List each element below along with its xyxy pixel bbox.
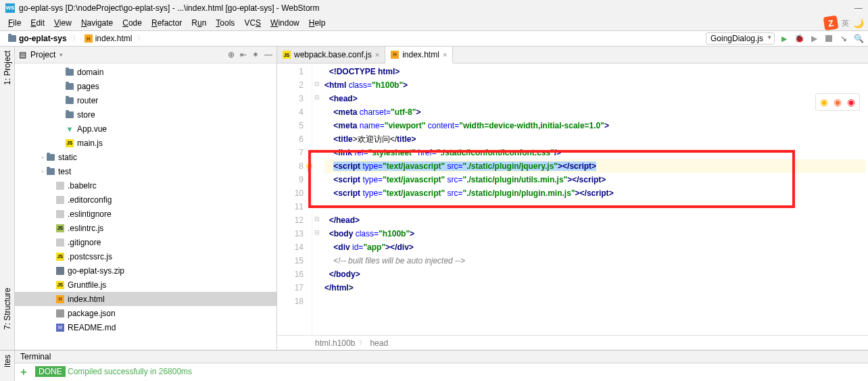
editor-breadcrumb[interactable]: html.h100b 〉 head	[277, 335, 868, 350]
z-plugin-icon[interactable]: Z	[823, 16, 839, 31]
minimize-button[interactable]: —	[854, 3, 863, 13]
tree-row[interactable]: .eslintignore	[15, 207, 276, 221]
code-content[interactable]: <!DOCTYPE html> <html class="h100b"> <he…	[322, 63, 868, 335]
fold-column[interactable]: ⊟⊟⊟⊟	[312, 63, 322, 335]
tab-webpack[interactable]: JS webpack.base.conf.js ×	[277, 47, 385, 63]
update-button[interactable]: ↘	[838, 33, 849, 44]
menu-view[interactable]: View	[50, 17, 76, 29]
code-editor[interactable]: 123456789101112131415161718 ⊟⊟⊟⊟ <!DOCTY…	[277, 63, 868, 335]
terminal-header[interactable]: Terminal	[15, 351, 868, 363]
webstorm-icon: WS	[5, 3, 15, 13]
run-button[interactable]: ▶	[779, 33, 790, 44]
close-icon[interactable]: ×	[375, 51, 379, 59]
editor-tabbar: JS webpack.base.conf.js × H index.html ×	[277, 47, 868, 63]
firefox-icon[interactable]: ◉	[834, 97, 842, 107]
tree-row[interactable]: ›test	[15, 164, 276, 178]
browser-preview-toolbar: ◉ ◉ ◉	[815, 93, 860, 111]
tree-row[interactable]: .gitignore	[15, 235, 276, 249]
menu-file[interactable]: File	[4, 17, 25, 29]
menu-navigate[interactable]: Navigate	[77, 17, 117, 29]
stop-button[interactable]	[823, 33, 834, 44]
terminal-output: DONE Compiled successfully in 26800ms	[32, 363, 195, 379]
tree-row[interactable]: MREADME.md	[15, 320, 276, 334]
tree-row[interactable]: domain	[15, 65, 276, 79]
breadcrumb-file[interactable]: Hindex.html	[80, 33, 137, 44]
tree-row[interactable]: package.json	[15, 306, 276, 320]
sidebar-left: 1: Project 7: Structure	[0, 47, 15, 350]
menu-window[interactable]: Window	[266, 17, 304, 29]
breadcrumb: go-eplat-sys 〉 Hindex.html 〉	[4, 33, 144, 44]
terminal-body[interactable]: + × DONE Compiled successfully in 26800m…	[15, 363, 868, 381]
tree-row[interactable]: .editorconfig	[15, 193, 276, 207]
run-config-dropdown[interactable]: GoingDialog.js	[706, 32, 775, 45]
breadcrumb-sep: 〉	[137, 34, 144, 43]
hide-icon[interactable]: —	[264, 50, 272, 59]
sidebar-project-tab[interactable]: 1: Project	[1, 47, 14, 89]
moon-icon[interactable]: 🌙	[853, 18, 864, 28]
tree-row[interactable]: JS.eslintrc.js	[15, 221, 276, 235]
js-icon: JS	[283, 51, 291, 59]
collapse-icon[interactable]: ⇤	[240, 50, 247, 59]
menu-vcs[interactable]: VCS	[240, 17, 265, 29]
terminal-add-button[interactable]: +	[20, 366, 26, 378]
tree-row[interactable]: JSmain.js	[15, 136, 276, 150]
titlebar: WS go-eplat-sys [D:\nodeProject\go-eplat…	[0, 0, 868, 16]
menu-help[interactable]: Help	[305, 17, 330, 29]
project-title[interactable]: Project	[30, 50, 55, 59]
tree-row[interactable]: ▼App.vue	[15, 122, 276, 136]
close-icon[interactable]: ×	[443, 51, 447, 59]
menu-run[interactable]: Run	[187, 17, 210, 29]
gutter: 123456789101112131415161718	[277, 63, 312, 335]
menu-refactor[interactable]: Refactor	[147, 17, 186, 29]
menu-tools[interactable]: Tools	[212, 17, 239, 29]
project-pane-icon: ▤	[19, 50, 26, 59]
tree-row[interactable]: JSGruntfile.js	[15, 278, 276, 292]
opera-icon[interactable]: ◉	[847, 97, 855, 107]
debug-button[interactable]: 🐞	[794, 33, 804, 44]
search-button[interactable]: 🔍	[853, 33, 864, 44]
html-icon: H	[85, 34, 93, 43]
menu-code[interactable]: Code	[118, 17, 146, 29]
project-dropdown-icon[interactable]: ▾	[59, 51, 63, 58]
terminal-panel: ites Terminal + × DONE Compiled successf…	[0, 350, 868, 381]
tree-row[interactable]: pages	[15, 79, 276, 93]
intention-bulb-icon[interactable]: 💡	[304, 161, 314, 174]
gear-icon[interactable]: ✶	[252, 50, 259, 59]
folder-icon	[8, 35, 16, 42]
chrome-icon[interactable]: ◉	[820, 97, 828, 107]
project-tree[interactable]: domainpagesrouterstore▼App.vueJSmain.js›…	[15, 63, 276, 350]
tree-row[interactable]: .babelrc	[15, 178, 276, 193]
menu-edit[interactable]: Edit	[26, 17, 49, 29]
breadcrumb-sep: 〉	[72, 34, 79, 43]
tree-row[interactable]: router	[15, 93, 276, 107]
menubar: File Edit View Navigate Code Refactor Ru…	[0, 16, 868, 30]
breadcrumb-root[interactable]: go-eplat-sys	[4, 33, 71, 44]
tree-row[interactable]: ›static	[15, 150, 276, 164]
window-controls: —	[854, 3, 863, 13]
favorites-tab[interactable]: ites	[0, 351, 14, 372]
sidebar-structure-tab[interactable]: 7: Structure	[1, 284, 14, 334]
tree-row[interactable]: Hindex.html	[15, 292, 276, 306]
tree-row[interactable]: store	[15, 107, 276, 122]
tab-index-html[interactable]: H index.html ×	[385, 47, 453, 63]
ime-label[interactable]: 英	[842, 18, 849, 28]
navbar: go-eplat-sys 〉 Hindex.html 〉 GoingDialog…	[0, 30, 868, 47]
project-pane: ▤ Project ▾ ⊕ ⇤ ✶ — domainpagesroutersto…	[15, 47, 277, 350]
coverage-button[interactable]: ▶	[809, 33, 819, 44]
window-title: go-eplat-sys [D:\nodeProject\go-eplat-sy…	[19, 3, 320, 13]
project-header: ▤ Project ▾ ⊕ ⇤ ✶ —	[15, 47, 276, 63]
editor-pane: JS webpack.base.conf.js × H index.html ×…	[277, 47, 868, 350]
locate-icon[interactable]: ⊕	[228, 50, 235, 59]
tree-row[interactable]: JS.postcssrc.js	[15, 249, 276, 263]
tree-row[interactable]: go-eplat-sys.zip	[15, 263, 276, 278]
html-icon: H	[391, 51, 399, 59]
